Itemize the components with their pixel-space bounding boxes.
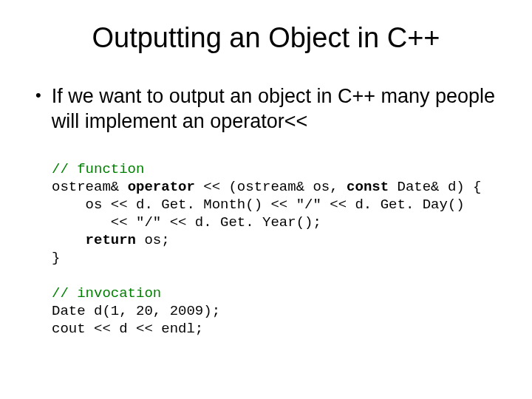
bullet-text: If we want to output an object in C++ ma… [52, 83, 510, 134]
slide: Outputting an Object in C++ • If we want… [0, 0, 532, 399]
code-block: // function ostream& operator << (ostrea… [52, 160, 510, 338]
code-line: Date d(1, 20, 2009); [52, 303, 220, 319]
slide-title: Outputting an Object in C++ [22, 22, 510, 54]
code-comment: // function [52, 161, 144, 177]
code-line: << (ostream& os, [195, 179, 347, 195]
code-keyword: const [347, 179, 389, 195]
code-comment: // invocation [52, 285, 161, 301]
code-line: } [52, 250, 60, 266]
bullet-dot-icon: • [35, 83, 41, 107]
code-keyword: operator [128, 179, 195, 195]
code-line: cout << d << endl; [52, 321, 203, 337]
code-line: ostream& [52, 179, 128, 195]
code-line: os; [136, 232, 170, 248]
code-line: Date& d) { [389, 179, 481, 195]
code-line: << "/" << d. Get. Year(); [52, 214, 321, 231]
bullet-item: • If we want to output an object in C++ … [35, 83, 510, 134]
code-line [52, 232, 86, 248]
code-keyword: return [86, 232, 136, 248]
code-line: os << d. Get. Month() << "/" << d. Get. … [52, 197, 465, 213]
